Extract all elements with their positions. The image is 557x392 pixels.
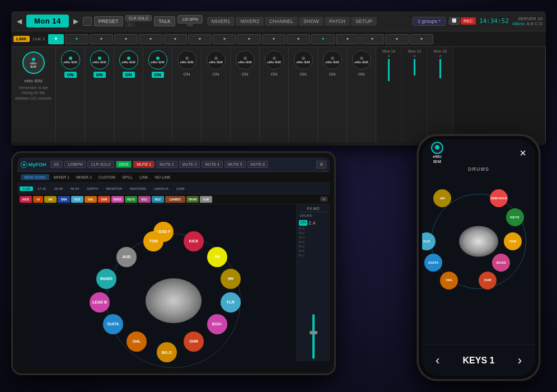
section-tab-1-16[interactable]: 1-16 (20, 186, 33, 191)
on-btn-1[interactable]: ON (64, 72, 77, 78)
ch-dropdown-4[interactable]: ▼ (114, 34, 138, 44)
phone-close-button[interactable]: × (519, 147, 526, 158)
ch-dropdown-12[interactable]: ▼ (311, 34, 335, 44)
chip-kick[interactable]: KICK (20, 196, 32, 203)
phone-inst-keys[interactable]: KEYS (506, 208, 524, 226)
tablet-sg[interactable]: SG (50, 161, 63, 168)
on-btn-3[interactable]: ON (123, 72, 135, 78)
phone-inst-ohl[interactable]: OHL (440, 272, 458, 290)
chip-bass[interactable]: BASS (111, 196, 124, 203)
inst-sn[interactable]: SN (207, 247, 227, 267)
ch-dropdown-15[interactable]: ▼ (385, 34, 409, 44)
chip-keys[interactable]: KEYS (125, 196, 137, 203)
tablet-mute5[interactable]: MUTE 5 (224, 161, 246, 168)
section-tab-33-48[interactable]: 33-48 (50, 186, 65, 191)
tablet-bpm[interactable]: 120BPM (64, 161, 86, 168)
no-link-tab[interactable]: NO LINK (153, 175, 173, 179)
fx-fader-handle[interactable] (310, 331, 317, 334)
section-tab-monitor[interactable]: MONITOR (103, 186, 125, 191)
chip-ohl[interactable]: OHL (85, 196, 97, 203)
tablet-mute3[interactable]: MUTE 3 (179, 161, 200, 168)
phone-inst-bass[interactable]: BASS (492, 254, 510, 272)
ch-dropdown-8[interactable]: ▼ (213, 34, 236, 44)
mixer-2-tab[interactable]: MIXER 2 (74, 175, 94, 179)
inst-hh[interactable]: HH (221, 269, 241, 289)
ch-dropdown-5[interactable]: ▼ (139, 34, 162, 44)
inst-kick[interactable]: KICK (184, 231, 204, 251)
fx-on-btn[interactable]: ON (299, 220, 307, 226)
inst-guita[interactable]: GUITA (103, 314, 123, 334)
section-tab-masters[interactable]: MASTERS (127, 186, 149, 191)
inst-bgo2[interactable]: BG.O (157, 342, 177, 362)
on-btn-8[interactable]: ON (271, 72, 278, 77)
inst-flr[interactable]: FLR (221, 292, 241, 312)
spill-tab[interactable]: SPILL (120, 175, 135, 179)
section-tab-gain[interactable]: GAIN (173, 186, 188, 191)
tab-show[interactable]: SHOW (299, 17, 324, 26)
inst-bgo[interactable]: BGO- (207, 314, 227, 334)
phone-inst-tom[interactable]: TOM (504, 232, 522, 250)
fx-fader[interactable] (312, 314, 315, 359)
inst-ohl[interactable]: OHL (127, 332, 147, 352)
section-tab-17-32[interactable]: 17-32 (34, 186, 49, 191)
inst-tom[interactable]: TOM (143, 231, 163, 251)
phone-inst-ohr[interactable]: OHR (479, 272, 497, 290)
mon-14-fader[interactable] (388, 59, 390, 81)
mixer-1-tab[interactable]: MIXER 1 (52, 175, 72, 179)
on-btn-10[interactable]: ON (329, 72, 336, 77)
ch-dropdown-10[interactable]: ▼ (262, 34, 285, 44)
talk-button[interactable]: TALK (154, 16, 175, 26)
chips-close-btn[interactable]: ✕ (320, 197, 327, 202)
on-btn-5[interactable]: ON (184, 72, 190, 77)
phone-next-button[interactable]: › (518, 353, 522, 368)
chip-vs[interactable]: vS (33, 196, 43, 203)
on-btn-9[interactable]: ON (300, 72, 307, 77)
inst-lead-b[interactable]: LEAD B (90, 292, 110, 312)
phone-prev-button[interactable]: ‹ (436, 353, 439, 368)
tab-mixer1[interactable]: MIXER1 (207, 17, 235, 26)
preset-button[interactable]: PRESET (94, 16, 123, 26)
ch-dropdown-3[interactable]: ▼ (90, 34, 113, 44)
phone-inst-snr-kick[interactable]: SNR-KICK (490, 189, 508, 207)
ch-dropdown-13[interactable]: ▼ (336, 34, 359, 44)
bpm-button[interactable]: 120 BPM (177, 15, 203, 24)
tab-mixer2[interactable]: MIXER2 (236, 17, 264, 26)
tablet-mute4[interactable]: MUTE 4 (202, 161, 223, 168)
ch-dropdown-9[interactable]: ▼ (237, 34, 261, 44)
on-btn-2[interactable]: ON (93, 72, 106, 78)
tab-setup[interactable]: SETUP (351, 17, 377, 26)
ch-dropdown-6[interactable]: ▼ (163, 34, 187, 44)
section-tab-49-64[interactable]: 49-64 (67, 186, 82, 191)
tab-patch[interactable]: PATCH (325, 17, 350, 26)
ch-dropdown-11[interactable]: ▼ (287, 34, 310, 44)
ch-dropdown-16[interactable]: ▼ (410, 34, 433, 44)
chip-ohr[interactable]: OHR (98, 196, 110, 203)
chip-bg2[interactable]: BG2 (152, 196, 164, 203)
custom-tab[interactable]: CUSTOM (96, 175, 118, 179)
phone-inst-hh[interactable]: HH (433, 189, 451, 207)
chip-hh[interactable]: HH (44, 196, 57, 203)
mon-16-fader[interactable] (439, 59, 441, 78)
ch-dropdown-14[interactable]: ▼ (361, 34, 384, 44)
first-channel-dropdown[interactable]: ▼ (48, 34, 64, 44)
tablet-mute6[interactable]: MUTE 6 (247, 161, 269, 168)
tablet-settings[interactable]: ⚙ (316, 161, 326, 169)
chip-aud[interactable]: AUD (200, 196, 212, 203)
chip-snr[interactable]: SNR (58, 196, 70, 203)
section-tab-linkdca[interactable]: LINKDCA (151, 186, 172, 191)
section-tab-grpfx[interactable]: GRPFX (83, 186, 102, 191)
chip-flr[interactable]: FLR (71, 196, 83, 203)
ch-dropdown-2[interactable]: ▼ (65, 34, 88, 44)
mixer-nav-left[interactable]: ◀ (15, 16, 24, 26)
ch-dropdown-7[interactable]: ▼ (188, 34, 212, 44)
link-tab[interactable]: LINK (137, 175, 151, 179)
inst-biabs[interactable]: BIABS (96, 269, 116, 289)
mixer-nav-right[interactable]: ▶ (71, 16, 81, 26)
on-btn-11[interactable]: ON (358, 72, 365, 77)
on-btn-7[interactable]: ON (242, 72, 249, 77)
inst-aud[interactable]: AUD (116, 247, 137, 267)
tablet-clr-solo[interactable]: CLR SOLO (87, 161, 114, 168)
on-btn-6[interactable]: ON (213, 72, 219, 77)
tablet-mute2[interactable]: MUTE 2 (156, 161, 177, 168)
chip-drum[interactable]: DRUM (186, 196, 199, 203)
